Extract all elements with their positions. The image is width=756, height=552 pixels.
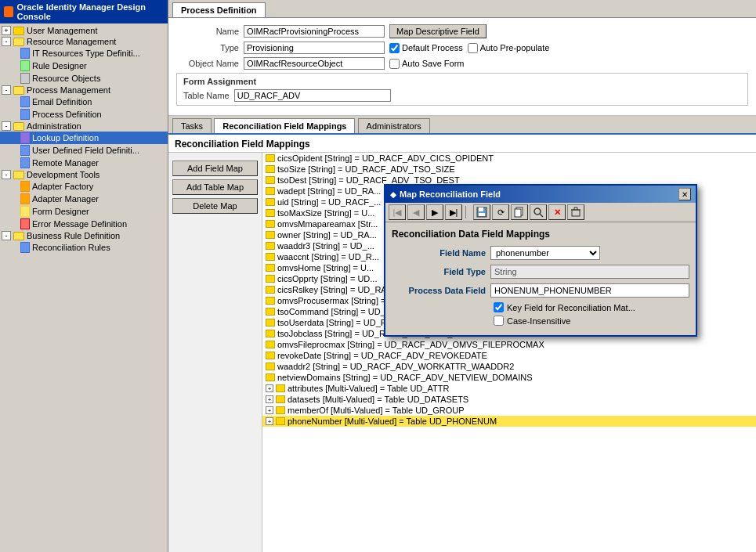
sidebar-item-form-designer[interactable]: Form Designer [0,205,168,218]
folder-icon [276,406,285,414]
process-data-field-input[interactable] [490,283,689,298]
object-name-input[interactable] [244,57,385,70]
doc-icon [20,181,30,192]
next-record-button[interactable]: ▶ [426,204,443,220]
expand-icon[interactable]: + [266,417,273,425]
sidebar-item-resource-mgmt[interactable]: - Resource Management [0,36,168,47]
case-insensitive-checkbox[interactable] [494,316,504,326]
doc-icon [20,60,30,71]
search-button[interactable] [530,204,547,220]
type-label: Type [176,43,239,52]
field-type-label: Field Type [392,267,486,276]
tab-process-definition[interactable]: Process Definition [172,2,266,17]
first-record-button[interactable]: |◀ [389,204,406,220]
copy-button[interactable] [511,204,528,220]
modal-section-title: Reconciliation Data Field Mappings [392,229,689,240]
sidebar-item-rule-designer[interactable]: Rule Designer [0,60,168,72]
clear-button[interactable] [567,204,584,220]
doc-icon [20,96,30,107]
folder-icon [266,220,275,228]
list-item[interactable]: netviewDomains [String] = UD_RACF_ADV_NE… [262,372,756,383]
sidebar-item-resource-objects[interactable]: Resource Objects [0,72,168,85]
save-button[interactable] [473,204,490,220]
tab-tasks[interactable]: Tasks [172,118,212,133]
list-item[interactable]: omvsFileprocmax [String] = UD_RACF_ADV_O… [262,339,756,350]
folder-icon [13,38,24,46]
doc-icon [20,157,30,168]
field-name-label: Field Name [392,248,486,258]
form-assignment-section: Form Assignment Table Name [176,73,748,106]
expand-icon[interactable]: + [266,395,273,403]
doc-icon [20,145,30,156]
delete-map-button[interactable]: Delete Map [172,198,258,214]
sidebar-item-user-mgmt[interactable]: + User Management [0,25,168,36]
list-item[interactable]: + memberOf [Multi-Valued] = Table UD_GRO… [262,405,756,416]
prev-record-button[interactable]: ◀ [407,204,425,220]
sidebar-item-remote-manager[interactable]: Remote Manager [0,157,168,169]
case-insensitive-label: Case-Insensitive [494,316,570,326]
expand-icon[interactable]: - [2,170,11,179]
expand-icon[interactable]: - [2,231,11,240]
table-name-input[interactable] [234,89,391,102]
tab-administrators[interactable]: Administrators [358,118,430,133]
sidebar-item-adapter-factory[interactable]: Adapter Factory [0,180,168,193]
list-item[interactable]: tsoSize [String] = UD_RACF_ADV_TSO_SIZE [262,164,756,175]
modal-title: ◆ Map Reconciliation Field [390,189,501,199]
sidebar-item-dev-tools[interactable]: - Development Tools [0,169,168,180]
key-field-checkbox[interactable] [494,302,504,312]
inner-tab-bar: Tasks Reconciliation Field Mappings Admi… [168,116,756,135]
expand-icon[interactable]: + [2,26,11,35]
field-name-row: Field Name phonenumber [392,246,689,260]
list-item[interactable]: waaddr2 [String] = UD_RACF_ADV_WORKATTR_… [262,361,756,372]
sidebar-item-it-resources[interactable]: IT Resources Type Definiti... [0,47,168,60]
sidebar-item-lookup-def[interactable]: Lookup Definition [0,132,168,144]
add-table-map-button[interactable]: Add Table Map [172,179,258,195]
field-name-select[interactable]: phonenumber [490,246,600,260]
modal-diamond-icon: ◆ [390,190,396,199]
auto-pre-populate-label: Auto Pre-populate [468,43,550,53]
sidebar-item-email-def[interactable]: Email Definition [0,96,168,108]
folder-icon [266,341,275,348]
list-item[interactable]: + attributes [Multi-Valued] = Table UD_A… [262,383,756,394]
expand-icon[interactable]: - [2,121,11,131]
auto-pre-populate-checkbox[interactable] [468,43,478,53]
expand-icon[interactable]: - [2,37,11,46]
folder-icon [266,165,275,173]
name-input[interactable] [244,25,385,38]
svg-rect-7 [572,210,580,216]
expand-icon[interactable]: + [266,384,273,392]
sidebar-item-adapter-manager[interactable]: Adapter Manager [0,193,168,205]
sidebar-item-process-mgmt[interactable]: - Process Management [0,85,168,96]
folder-icon [266,209,275,217]
delete-button[interactable]: ✕ [548,204,566,220]
expand-icon[interactable]: + [266,406,273,414]
sidebar-item-process-def[interactable]: Process Definition [0,108,168,121]
type-input[interactable] [244,41,385,54]
folder-icon [13,232,24,240]
modal-close-button[interactable]: ✕ [678,188,691,200]
sidebar-item-business-rule[interactable]: - Business Rule Definition [0,230,168,241]
sidebar-item-administration[interactable]: - Administration [0,121,168,132]
process-data-field-row: Process Data Field [392,283,689,298]
last-record-button[interactable]: ▶| [445,204,462,220]
folder-icon [266,363,275,370]
list-item[interactable]: cicsOpident [String] = UD_RACF_ADV_CICS_… [262,153,756,164]
folder-icon [266,286,275,294]
default-process-checkbox[interactable] [389,43,400,53]
app-title: Oracle Identity Manager Design Console [0,0,168,23]
sidebar-item-error-msg[interactable]: Error Message Definition [0,218,168,230]
list-item-phone-number[interactable]: + phoneNumber [Multi-Valued] = Table UD_… [262,416,756,427]
folder-icon [266,352,275,359]
list-item[interactable]: revokeDate [String] = UD_RACF_ADV_REVOKE… [262,350,756,361]
list-item[interactable]: + datasets [Multi-Valued] = Table UD_DAT… [262,394,756,405]
folder-icon [276,395,285,403]
folder-icon [266,198,275,206]
map-descriptive-field-button[interactable]: Map Descriptive Field [389,24,487,38]
add-field-map-button[interactable]: Add Field Map [172,161,258,176]
sidebar-item-user-field-def[interactable]: User Defined Field Definiti... [0,144,168,157]
tab-recon-field-mappings[interactable]: Reconciliation Field Mappings [214,118,355,133]
refresh-button[interactable]: ⟳ [492,204,509,220]
auto-save-form-checkbox[interactable] [389,59,400,69]
sidebar-item-recon-rules[interactable]: Reconciliation Rules [0,241,168,254]
expand-icon[interactable]: - [2,85,11,95]
